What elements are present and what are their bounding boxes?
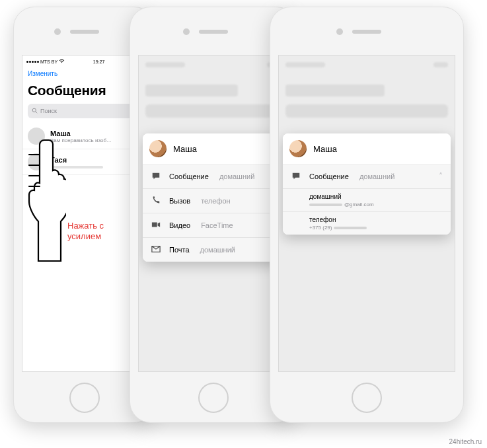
earpiece <box>70 30 99 34</box>
svg-line-1 <box>36 112 37 113</box>
camera-dot <box>54 28 61 35</box>
action-secondary: домашний <box>200 246 235 254</box>
quick-action-card: Маша Сообщение домашний Вызов телефон <box>143 133 284 262</box>
camera-dot <box>183 28 190 35</box>
message-icon <box>151 171 161 182</box>
home-button[interactable] <box>198 383 229 413</box>
conversation-row[interactable]: Маша Вам понравилось изоб… <box>22 124 146 149</box>
carrier-label: MTS BY <box>40 59 57 64</box>
action-secondary: FaceTime <box>201 221 233 229</box>
message-preview-redacted <box>50 166 103 168</box>
search-input[interactable]: Поиск <box>28 104 141 118</box>
watermark-corner: 24hitech.ru <box>449 438 482 445</box>
quick-action-card-expanded: Маша Сообщение домашний ˄ домашний @gmai… <box>283 133 451 235</box>
cellular-icon <box>26 61 39 63</box>
chevron-up-icon: ˄ <box>439 172 443 181</box>
action-secondary: домашний <box>219 172 254 180</box>
action-label: Видео <box>169 221 190 229</box>
action-message-expanded[interactable]: Сообщение домашний ˄ <box>283 165 451 189</box>
avatar <box>28 153 45 170</box>
wifi-icon <box>59 59 65 64</box>
phone-icon <box>151 196 161 206</box>
message-option[interactable]: домашний @gmail.com <box>283 189 451 212</box>
option-value: @gmail.com <box>309 202 443 207</box>
camera-dot <box>336 28 343 35</box>
card-header[interactable]: Маша <box>283 133 451 165</box>
phone-frame: Маша Сообщение домашний ˄ домашний @gmai… <box>270 7 464 423</box>
option-label: домашний <box>309 193 443 200</box>
option-value: +375 (29) <box>309 225 443 231</box>
status-bar: MTS BY 19:27 <box>22 56 146 67</box>
action-label: Почта <box>169 246 190 254</box>
phone-screen: MTS BY 19:27 Изменить Сообщения Поиск <box>22 55 147 372</box>
avatar <box>149 140 167 157</box>
earpiece <box>352 30 381 34</box>
search-placeholder: Поиск <box>40 108 57 114</box>
home-button[interactable] <box>69 383 100 413</box>
action-label: Сообщение <box>169 172 209 180</box>
svg-point-0 <box>32 108 36 112</box>
message-option[interactable]: телефон +375 (29) <box>283 212 451 235</box>
mail-icon <box>151 244 161 255</box>
action-label: Вызов <box>169 197 190 205</box>
action-label: Сообщение <box>309 172 349 180</box>
avatar <box>28 128 45 145</box>
avatar <box>289 140 307 157</box>
search-icon <box>32 108 38 115</box>
contact-name: Тася <box>50 156 141 164</box>
contact-name: Маша <box>173 144 197 154</box>
video-icon <box>151 220 161 231</box>
edit-button[interactable]: Изменить <box>22 67 146 80</box>
action-video[interactable]: Видео FaceTime <box>143 213 284 238</box>
instruction-text: Нажать с усилием <box>67 221 104 241</box>
contact-name: Маша <box>50 130 141 137</box>
phone-screen: Маша Сообщение домашний ˄ домашний @gmai… <box>278 55 455 372</box>
conversation-row[interactable]: Тася <box>22 149 146 175</box>
clock: 19:27 <box>93 59 105 64</box>
action-secondary: телефон <box>201 197 230 205</box>
action-message[interactable]: Сообщение домашний <box>143 165 284 189</box>
action-mail[interactable]: Почта домашний <box>143 238 284 262</box>
page-title: Сообщения <box>22 80 146 104</box>
card-header[interactable]: Маша <box>143 133 284 165</box>
home-button[interactable] <box>352 383 382 413</box>
contact-name: Маша <box>313 144 337 154</box>
message-preview: Вам понравилось изоб… <box>50 137 141 143</box>
earpiece <box>199 30 228 34</box>
action-secondary: домашний <box>359 172 394 180</box>
action-call[interactable]: Вызов телефон <box>143 189 284 213</box>
phone-screen: Маша Сообщение домашний Вызов телефон <box>138 55 289 372</box>
option-label: телефон <box>309 216 443 223</box>
message-icon <box>291 171 301 182</box>
